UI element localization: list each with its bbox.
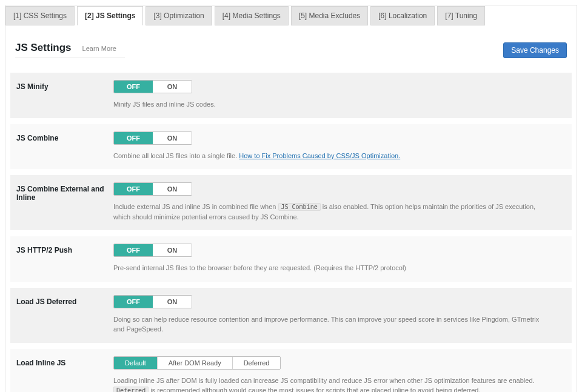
toggle-off[interactable]: OFF [114,81,153,93]
label-js-http2: JS HTTP/2 Push [16,244,113,254]
tab-css-settings[interactable]: [1] CSS Settings [5,6,75,25]
toggle-js-deferred[interactable]: OFF ON [113,295,192,308]
row-load-inline-js: Load Inline JS Default After DOM Ready D… [10,349,572,393]
toggle-on[interactable]: ON [153,81,192,93]
toggle-js-minify[interactable]: OFF ON [113,80,192,93]
desc-js-combine: Combine all local JS files into a single… [113,151,550,161]
code-deferred: Deferred [113,387,149,392]
toggle-on[interactable]: ON [153,296,192,308]
seg-default[interactable]: Default [114,357,158,369]
toggle-off[interactable]: OFF [114,183,153,195]
row-js-deferred: Load JS Deferred OFF ON Doing so can hel… [10,288,572,343]
label-js-combine: JS Combine [16,131,113,142]
row-js-combine-ext: JS Combine External and Inline OFF ON In… [10,175,572,230]
toggle-js-combine[interactable]: OFF ON [113,131,192,145]
label-load-inline-js: Load Inline JS [16,356,113,367]
learn-more-link[interactable]: Learn More [82,45,116,52]
row-js-http2: JS HTTP/2 Push OFF ON Pre-send internal … [10,236,572,282]
how-to-fix-link[interactable]: How to Fix Problems Caused by CSS/JS Opt… [239,152,400,159]
desc-text: Combine all local JS files into a single… [113,152,239,159]
toggle-js-combine-ext[interactable]: OFF ON [113,182,192,196]
tab-localization[interactable]: [6] Localization [370,6,435,25]
row-js-minify: JS Minify OFF ON Minify JS files and inl… [10,73,572,118]
tab-media-settings[interactable]: [4] Media Settings [215,6,289,25]
tab-bar: [1] CSS Settings [2] JS Settings [3] Opt… [5,5,577,25]
desc-pre: Include external JS and inline JS in com… [113,203,278,210]
save-changes-button[interactable]: Save Changes [503,42,567,58]
tab-js-settings[interactable]: [2] JS Settings [77,6,143,25]
tab-tuning[interactable]: [7] Tuning [437,6,485,25]
seg-after-dom-ready[interactable]: After DOM Ready [158,357,233,369]
desc-js-combine-ext: Include external JS and inline JS in com… [113,202,550,222]
settings-rows: JS Minify OFF ON Minify JS files and inl… [5,63,577,392]
tab-media-excludes[interactable]: [5] Media Excludes [291,6,368,25]
desc-js-deferred: Doing so can help reduce resource conten… [113,314,550,334]
settings-panel: [1] CSS Settings [2] JS Settings [3] Opt… [5,5,577,392]
toggle-on[interactable]: ON [153,183,192,195]
seg-deferred[interactable]: Deferred [233,357,281,369]
toggle-off[interactable]: OFF [114,296,153,308]
desc-js-http2: Pre-send internal JS files to the browse… [113,263,550,273]
segment-load-inline-js[interactable]: Default After DOM Ready Deferred [113,356,281,370]
toggle-on[interactable]: ON [153,132,192,144]
label-js-combine-ext: JS Combine External and Inline [16,182,113,202]
label-js-deferred: Load JS Deferred [16,295,113,306]
toggle-off[interactable]: OFF [114,132,153,144]
tab-optimization[interactable]: [3] Optimization [146,6,212,25]
desc-js-minify: Minify JS files and inline JS codes. [113,99,550,110]
code-js-combine: JS Combine [278,203,321,211]
page-header: JS Settings Learn More Save Changes [5,25,577,63]
row-js-combine: JS Combine OFF ON Combine all local JS f… [10,124,572,170]
page-title: JS Settings [15,42,72,54]
toggle-on[interactable]: ON [153,244,192,256]
toggle-js-http2[interactable]: OFF ON [113,244,192,257]
desc-line1: Loading inline JS after DOM is fully loa… [113,377,535,384]
desc-load-inline-js: Loading inline JS after DOM is fully loa… [113,376,550,393]
desc-line2-post: is recommended although would cause the … [149,387,480,392]
toggle-off[interactable]: OFF [114,244,153,256]
label-js-minify: JS Minify [16,80,113,91]
